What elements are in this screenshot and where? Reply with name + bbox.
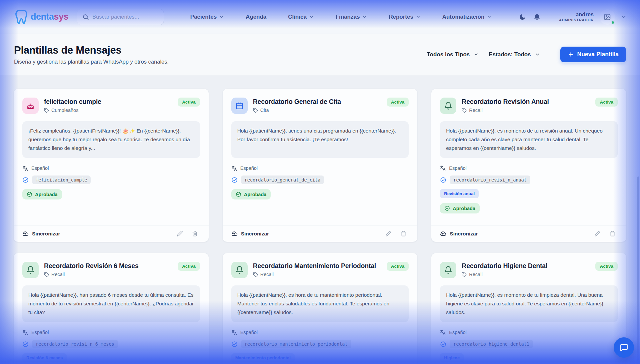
scrollbar-thumb[interactable]	[637, 177, 639, 364]
template-category: Cita	[253, 108, 381, 113]
tag-icon	[44, 272, 49, 277]
message-preview: ¡Feliz cumpleaños, {{patientFirstName}}!…	[22, 121, 200, 158]
template-category: Recall	[44, 272, 172, 277]
status-badge: Activa	[595, 98, 618, 107]
pencil-icon	[385, 230, 392, 237]
type-filter-dropdown[interactable]: Todos los Tipos	[427, 51, 479, 58]
edit-button[interactable]	[177, 230, 183, 237]
message-preview: Hola {{patientName}}, es hora de tu mant…	[231, 285, 409, 322]
status-badge: Activa	[387, 98, 409, 107]
nav-item-automatizacion[interactable]: Automatización	[442, 14, 492, 20]
template-card: Recordatorio Higiene Dental Recall Activ…	[431, 253, 627, 364]
message-preview: Hola {{patientName}}, han pasado 6 meses…	[22, 285, 200, 322]
check-circle-icon	[444, 205, 450, 211]
sync-button[interactable]: Sincronizar	[22, 230, 60, 237]
tag-icon	[462, 272, 467, 277]
edit-button[interactable]	[385, 230, 392, 237]
template-code: recordatorio_higiene_dental1	[450, 340, 533, 348]
template-title: Recordatorio Mantenimiento Periodontal	[253, 262, 381, 270]
avatar[interactable]	[600, 9, 615, 25]
card-footer: Sincronizar	[14, 225, 209, 242]
chevron-down-icon	[474, 52, 479, 57]
user-info: andres ADMINISTRADOR	[559, 11, 594, 22]
header-divider	[550, 10, 550, 24]
nav-item-reportes[interactable]: Reportes	[389, 14, 421, 20]
status-badge: Activa	[178, 98, 200, 107]
notifications-button[interactable]	[533, 13, 541, 21]
top-navbar: dentasys Pacientes Agenda Clínica Finanz…	[0, 0, 640, 34]
plus-icon	[568, 51, 574, 58]
translate-icon	[440, 165, 446, 171]
delete-button[interactable]	[192, 230, 198, 237]
status-badge: Activa	[595, 262, 618, 271]
nav-item-pacientes[interactable]: Pacientes	[190, 14, 224, 20]
delete-button[interactable]	[400, 230, 407, 237]
nav-item-clinica[interactable]: Clínica	[288, 14, 314, 20]
trash-icon	[192, 230, 198, 237]
chevron-down-icon	[535, 52, 540, 57]
image-placeholder-icon	[604, 13, 611, 21]
nav-item-finanzas[interactable]: Finanzas	[336, 14, 367, 20]
status-filter-dropdown[interactable]: Estados: Todos	[489, 51, 540, 58]
sync-button[interactable]: Sincronizar	[231, 230, 269, 237]
recall-tag: Mantenimiento periodontal	[231, 353, 295, 362]
template-title: Recordatorio Higiene Dental	[462, 262, 590, 270]
card-footer: Sincronizar	[223, 225, 418, 242]
check-circle-icon	[231, 177, 238, 183]
search-icon	[82, 14, 89, 20]
delete-button[interactable]	[609, 230, 616, 237]
template-card: Recordatorio Revisión 6 Meses Recall Act…	[13, 253, 209, 364]
check-circle-icon	[236, 191, 241, 197]
chevron-down-icon	[416, 14, 421, 19]
status-badge: Activa	[178, 262, 200, 271]
new-template-button[interactable]: Nueva Plantilla	[560, 47, 626, 62]
bell-icon	[440, 98, 456, 114]
sync-button[interactable]: Sincronizar	[439, 230, 478, 237]
message-preview: Hola {{patientName}}, tienes una cita pr…	[231, 121, 409, 158]
template-code: felicitacion_cumple	[32, 176, 91, 184]
template-code: recordatorio_general_de_cita	[241, 176, 324, 184]
template-code: recordatorio_mantenimiento_periodontal	[241, 340, 351, 348]
template-code-row: recordatorio_revisi_n_6_meses	[22, 340, 118, 348]
template-card: Recordatorio General de Cita Cita Activa…	[222, 89, 418, 242]
template-code-row: recordatorio_mantenimiento_periodontal	[231, 340, 351, 348]
language-row: Español	[22, 165, 49, 171]
chat-fab-button[interactable]	[614, 337, 634, 358]
trash-icon	[609, 230, 616, 237]
user-menu-chevron-icon[interactable]	[621, 14, 627, 20]
check-circle-icon	[231, 341, 238, 347]
check-circle-icon	[22, 177, 29, 183]
nav-item-agenda[interactable]: Agenda	[246, 14, 266, 20]
patient-search[interactable]	[77, 9, 164, 25]
card-footer: Sincronizar	[431, 225, 626, 242]
template-code-row: felicitacion_cumple	[22, 176, 91, 184]
page-title: Plantillas de Mensajes	[14, 44, 169, 56]
template-category: Recall	[462, 108, 590, 113]
user-role: ADMINISTRADOR	[559, 18, 594, 23]
brand-name: dentasys	[31, 12, 68, 22]
template-code-row: recordatorio_revisi_n_anual	[440, 176, 530, 184]
cloud-upload-icon	[231, 230, 238, 237]
filter-divider	[550, 48, 550, 61]
chevron-down-icon	[219, 14, 224, 19]
online-status-dot	[611, 21, 615, 24]
template-category: Recall	[462, 272, 590, 277]
translate-icon	[22, 329, 28, 335]
template-card: Recordatorio Mantenimiento Periodontal R…	[222, 253, 418, 364]
check-circle-icon	[440, 177, 446, 183]
cloud-upload-icon	[439, 230, 446, 237]
approval-badge: Aprobada	[231, 189, 271, 199]
template-category: Recall	[253, 272, 381, 277]
main-nav: Pacientes Agenda Clínica Finanzas Report…	[164, 14, 518, 20]
translate-icon	[440, 329, 446, 335]
translate-icon	[22, 165, 28, 171]
recall-tag: Revisión anual	[440, 189, 479, 198]
tooth-logo-icon	[13, 9, 29, 25]
dark-mode-toggle[interactable]	[518, 13, 527, 21]
check-circle-icon	[22, 341, 29, 347]
translate-icon	[231, 165, 237, 171]
brand-logo[interactable]: dentasys	[13, 9, 77, 25]
template-title: Recordatorio Revisión 6 Meses	[44, 262, 172, 270]
search-input[interactable]	[92, 14, 158, 20]
edit-button[interactable]	[594, 230, 601, 237]
